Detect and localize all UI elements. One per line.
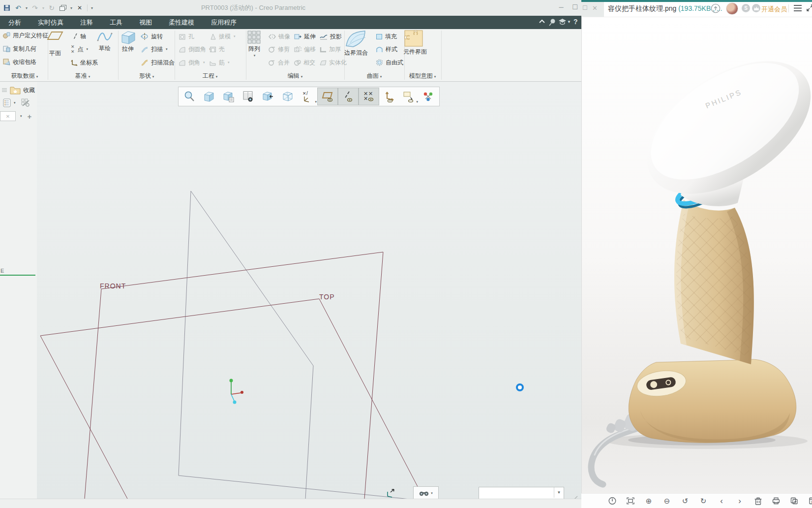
print-icon[interactable] xyxy=(772,497,780,505)
tree-search-dropdown-icon[interactable]: ▾ xyxy=(20,114,22,118)
maximize-button[interactable]: ☐ xyxy=(570,2,580,12)
command-search-icon[interactable] xyxy=(549,18,557,26)
btn-freestyle[interactable]: 自由式 xyxy=(376,59,403,66)
btn-fill[interactable]: 填充 xyxy=(376,32,397,40)
rotate-right-icon[interactable]: ↻ xyxy=(699,497,707,505)
btn-sweep[interactable]: 扫描▾ xyxy=(141,45,168,53)
btn-csys[interactable]: 坐标系 xyxy=(71,59,98,66)
refit-icon[interactable] xyxy=(199,88,219,105)
group-label-get-data[interactable]: 获取数据▾ xyxy=(4,72,45,80)
top-plane-label[interactable]: TOP xyxy=(319,293,335,301)
datum-plane-top[interactable] xyxy=(40,299,424,499)
btn-project[interactable]: 投影 xyxy=(320,32,342,40)
tab-annotate[interactable]: 注释 xyxy=(72,16,101,29)
saved-views-icon[interactable] xyxy=(219,88,239,105)
group-label-datum[interactable]: 基准▾ xyxy=(60,72,105,80)
customize-dropdown-icon[interactable]: ▾ xyxy=(91,6,93,10)
group-label-model-intent[interactable]: 模型意图▾ xyxy=(400,72,445,80)
btn-style[interactable]: 样式 xyxy=(376,45,397,53)
datum-filter-icon[interactable]: ✕/▾ xyxy=(298,88,317,105)
group-label-engineering[interactable]: 工程▾ xyxy=(188,72,232,80)
windows-icon[interactable] xyxy=(59,4,67,12)
actual-size-icon[interactable] xyxy=(608,497,616,505)
btn-extend[interactable]: 延伸 xyxy=(294,32,316,40)
annotation-display-icon[interactable]: ▾ xyxy=(399,88,419,105)
front-plane-label[interactable]: FRONT xyxy=(100,282,126,290)
btn-axis[interactable]: 轴 xyxy=(73,32,86,40)
tab-applications[interactable]: 应用程序 xyxy=(203,16,245,29)
doc-extract-icon[interactable]: W xyxy=(809,497,812,505)
group-label-shapes[interactable]: 形状▾ xyxy=(124,72,169,80)
rotate-left-icon[interactable]: ↺ xyxy=(681,497,689,505)
btn-swept-blend[interactable]: 扫描混合 xyxy=(141,59,175,66)
point-display-toggle[interactable]: ✕✕✕ xyxy=(359,88,379,105)
coin-badge-icon[interactable]: S xyxy=(742,4,750,12)
tab-analysis[interactable]: 分析 xyxy=(0,16,30,29)
menu-icon[interactable] xyxy=(793,4,802,12)
filter-dropdown-icon[interactable]: ▼ xyxy=(554,487,564,498)
tree-add-icon[interactable]: + xyxy=(28,112,32,121)
tab-view[interactable]: 视图 xyxy=(131,16,160,29)
tab-live-sim[interactable]: 实时仿真 xyxy=(30,16,72,29)
copy-pages-icon[interactable] xyxy=(790,497,798,505)
previous-icon[interactable]: ‹ xyxy=(718,497,725,505)
minimize-button[interactable]: ─ xyxy=(556,2,567,12)
product-photo[interactable]: PHILIPS xyxy=(581,17,812,493)
delete-icon[interactable] xyxy=(754,497,762,505)
windows-dropdown-icon[interactable]: ▾ xyxy=(70,6,72,10)
csys-display-toggle[interactable] xyxy=(379,88,399,105)
find-button[interactable]: ▾ xyxy=(413,486,439,500)
favorites-label[interactable]: 收藏 xyxy=(23,86,35,95)
group-label-surfaces[interactable]: 曲面▾ xyxy=(352,72,396,80)
avatar[interactable] xyxy=(726,2,738,15)
help-icon[interactable]: ? xyxy=(573,18,578,26)
tab-tools[interactable]: 工具 xyxy=(101,16,131,29)
fit-window-icon[interactable] xyxy=(627,497,634,505)
expand-icon[interactable] xyxy=(806,4,812,12)
save-icon[interactable] xyxy=(3,4,11,12)
tree-filter-icon[interactable] xyxy=(21,98,30,107)
tree-list-dropdown-icon[interactable]: ▾ xyxy=(14,101,16,105)
undo-dropdown-icon[interactable]: ▾ xyxy=(26,6,28,10)
btn-copy-geometry[interactable]: 复制几何 xyxy=(3,45,36,53)
zoom-out-icon[interactable]: ⊖ xyxy=(663,497,671,505)
zoom-icon[interactable] xyxy=(180,88,199,105)
undo-icon[interactable]: ↶ xyxy=(14,4,22,12)
find-dropdown-icon[interactable]: ▾ xyxy=(431,491,433,495)
btn-point[interactable]: ✕✕ 点▾ xyxy=(71,45,88,53)
tree-list-icon[interactable] xyxy=(3,98,11,107)
default-csys[interactable] xyxy=(230,379,244,404)
next-icon[interactable]: › xyxy=(736,497,744,505)
drag-handle-icon[interactable] xyxy=(386,487,396,498)
tabbar-dropdown-icon[interactable]: ▼ xyxy=(567,20,571,24)
crown-badge-icon[interactable] xyxy=(752,4,760,12)
tree-search-input[interactable]: ✕ xyxy=(0,111,16,121)
btn-plane[interactable]: 平面 xyxy=(49,32,61,58)
filter-combobox[interactable]: ▼ xyxy=(479,487,564,499)
axis-display-toggle[interactable] xyxy=(338,88,359,105)
spin-center-icon[interactable] xyxy=(419,88,438,105)
member-upgrade-link[interactable]: 开通会员 xyxy=(761,5,787,14)
learning-icon[interactable] xyxy=(559,19,566,25)
zoom-in-icon[interactable]: ⊕ xyxy=(645,497,653,505)
display-style-icon[interactable] xyxy=(278,88,298,105)
view-manager-icon[interactable] xyxy=(239,88,258,105)
btn-revolve[interactable]: 旋转 xyxy=(141,32,163,40)
close-window-icon[interactable]: ✕ xyxy=(76,4,84,12)
favorites-folder-icon[interactable] xyxy=(10,86,21,95)
btn-pattern[interactable]: 阵列 ▾ xyxy=(247,30,262,58)
minimize-ribbon-icon[interactable] xyxy=(539,19,545,23)
cloud-upload-icon[interactable] xyxy=(711,3,721,13)
btn-sketch[interactable]: 草绘 xyxy=(96,31,113,53)
btn-extrude[interactable]: 拉伸 xyxy=(120,30,136,53)
datum-plane-right[interactable] xyxy=(179,191,429,499)
btn-udf[interactable]: 用户定义特征 xyxy=(3,32,48,39)
tab-flex-modeling[interactable]: 柔性建模 xyxy=(160,16,203,29)
datum-plane-front[interactable] xyxy=(85,252,383,499)
view-normal-icon[interactable] xyxy=(258,88,278,105)
btn-component-interface[interactable]: 元件界面 xyxy=(403,29,427,56)
btn-shrinkwrap[interactable]: 收缩包络 xyxy=(3,58,36,66)
plane-display-toggle[interactable] xyxy=(317,88,338,105)
btn-boundary-blend[interactable]: 边界混合 xyxy=(343,29,369,57)
model-canvas[interactable]: FRONT TOP xyxy=(37,82,581,499)
